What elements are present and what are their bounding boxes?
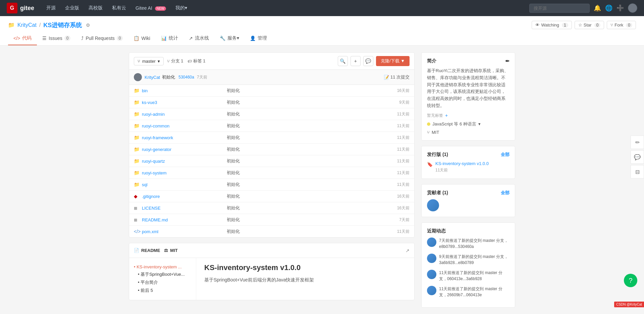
help-button[interactable]: ? (624, 274, 637, 287)
nav-enterprise[interactable]: 企业版 (61, 3, 83, 13)
tag-icon: 🏷 (187, 59, 192, 64)
tab-wiki[interactable]: 📋 Wiki (128, 32, 155, 45)
file-name[interactable]: ruoyi-framework (142, 135, 220, 140)
file-time: 11天前 (383, 170, 410, 176)
file-name[interactable]: sql (142, 182, 220, 187)
readme-content: KS-inventory-system v1.0.0 基于SpringBoot+… (196, 258, 414, 300)
tab-code[interactable]: </> 代码 (8, 32, 37, 45)
file-name[interactable]: ruoyi-system (142, 170, 220, 175)
notification-icon[interactable]: 🔔 (594, 4, 601, 12)
branch-info: ⑂ 分支 1 🏷 标签 1 (167, 58, 206, 64)
search-input[interactable] (529, 4, 590, 13)
file-list: 📁 bin 初始化 16天前 📁 ks-vue3 初始化 9天前 📁 ruoyi… (129, 85, 414, 237)
folder-icon: 📁 (134, 100, 139, 105)
repo-name[interactable]: KS进销存系统 (43, 21, 82, 29)
contributor-avatar[interactable] (427, 199, 439, 211)
release-name-link[interactable]: KS-inventory-system v1.0.0 (435, 161, 489, 166)
readme-edit-icon[interactable]: ↗ (406, 248, 410, 253)
readme-nav-item[interactable]: • 基于SpringBoot+Vue... (138, 270, 191, 278)
file-name[interactable]: ks-vue3 (142, 100, 220, 105)
file-message: 初始化 (220, 181, 383, 188)
add-icon[interactable]: ➕ (616, 4, 624, 12)
branch-select[interactable]: ⑂ master ▾ (134, 57, 164, 65)
file-row: </> pom.xml 初始化 11天前 (129, 226, 414, 237)
file-name[interactable]: bin (142, 88, 220, 93)
file-name[interactable]: LICENSE (142, 206, 220, 211)
release-item: 🔖 KS-inventory-system v1.0.0 11天前 (427, 161, 509, 173)
edit-intro-icon[interactable]: ✏ (505, 58, 509, 64)
commit-hash[interactable]: 530460a (178, 75, 194, 80)
file-row: 📁 ruoyi-quartz 初始化 11天前 (129, 155, 414, 167)
file-time: 9天前 (383, 100, 410, 105)
sub-header: 📁 KrityCat / KS进销存系统 ⚙ 👁 Watching 1 ☆ St… (0, 16, 644, 46)
file-message: 初始化 (220, 99, 383, 105)
fork-button[interactable]: ⑂ Fork 0 (607, 21, 636, 29)
readme-icon: ▦ (134, 218, 139, 222)
branch-icon: ⑂ (138, 59, 140, 64)
file-row: 📁 bin 初始化 16天前 (129, 85, 414, 97)
lang-bar[interactable]: JavaScript 等 6 种语言 ▾ (427, 121, 509, 127)
mit-tab[interactable]: ⚖ MIT (164, 247, 177, 254)
nav-university[interactable]: 高校版 (85, 3, 107, 13)
file-row: 📁 ruoyi-admin 初始化 11天前 (129, 108, 414, 120)
star-button[interactable]: ☆ Star 0 (575, 21, 604, 29)
file-time: 11天前 (383, 135, 410, 141)
content-right: 简介 ✏ 基于RuoYi二次开发的进销存系统，采购、销售、库存功能与业务流程简洁… (421, 52, 515, 313)
readme-nav-item[interactable]: • 前后 5 (138, 286, 191, 295)
issues-icon: ☰ (42, 36, 47, 41)
file-name[interactable]: ruoyi-admin (142, 112, 220, 117)
file-row: 📁 ruoyi-framework 初始化 11天前 (129, 132, 414, 144)
releases-all-link[interactable]: 全部 (501, 152, 509, 158)
file-time: 16天前 (383, 205, 410, 211)
tag-count[interactable]: 🏷 标签 1 (187, 58, 206, 64)
file-name[interactable]: pom.xml (142, 229, 220, 234)
tab-pipeline[interactable]: ↗ 流水线 (183, 32, 214, 45)
readme-nav-item[interactable]: • 平台简介 (138, 278, 191, 286)
search-button[interactable]: 🔍 (338, 56, 348, 66)
commit-message: 初始化 (162, 74, 175, 80)
file-toolbar: ⑂ master ▾ ⑂ 分支 1 🏷 标签 1 🔍 + (129, 53, 414, 70)
commit-author[interactable]: KrityCat (145, 75, 160, 80)
tab-issues[interactable]: ☰ Issues 0 (37, 32, 76, 45)
branch-count[interactable]: ⑂ 分支 1 (167, 58, 183, 64)
edit-float-button[interactable]: ✏ (631, 136, 644, 149)
file-name[interactable]: ruoyi-common (142, 123, 220, 128)
tab-service[interactable]: 🔧 服务▾ (214, 32, 245, 45)
intro-title: 简介 ✏ (427, 58, 509, 64)
clone-button[interactable]: 克隆/下载 ▼ (376, 56, 410, 66)
tab-manage[interactable]: 👤 管理 (245, 32, 272, 45)
edit-float-icon: ✏ (635, 139, 640, 146)
content-left: ⑂ master ▾ ⑂ 分支 1 🏷 标签 1 🔍 + (129, 52, 415, 313)
chat-float-button[interactable]: 💬 (631, 150, 644, 164)
logo[interactable]: G gitee (7, 3, 34, 13)
nav-private-cloud[interactable]: 私有云 (108, 3, 130, 13)
nav-gitee-ai[interactable]: Gitee AI NEW (131, 3, 170, 13)
add-file-button[interactable]: + (351, 56, 361, 66)
file-name[interactable]: ruoyi-quartz (142, 159, 220, 164)
csdn-badge[interactable]: CSDN @KrityCat (614, 302, 644, 307)
file-name[interactable]: ruoyi-generator (142, 147, 220, 152)
activity-text: 11天前推送了新的提交到 master 分支，26609b7...060413e (439, 286, 509, 298)
nav-open-source[interactable]: 开源 (42, 3, 60, 13)
watch-button[interactable]: 👁 Watching 1 (532, 21, 572, 29)
file-time: 11天前 (383, 182, 410, 188)
repo-settings-icon[interactable]: ⚙ (86, 22, 90, 28)
file-message: 初始化 (220, 170, 383, 176)
readme-tab[interactable]: 📄 README (134, 247, 160, 254)
columns-float-button[interactable]: ⊟ (631, 165, 644, 178)
readme-nav-item[interactable]: • KS-inventory-system ... (134, 263, 191, 270)
add-tag-icon[interactable]: + (445, 113, 448, 118)
repo-owner[interactable]: KrityCat (17, 22, 37, 28)
file-name[interactable]: .gitignore (142, 194, 220, 199)
tab-stats[interactable]: 📊 统计 (156, 32, 183, 45)
discover-icon[interactable]: 🌐 (605, 4, 612, 12)
nav-my[interactable]: 我的▾ (171, 3, 191, 13)
folder-icon: 📁 (134, 123, 139, 128)
license-bar[interactable]: ⑂ MIT (427, 130, 509, 135)
contributors-all-link[interactable]: 全部 (501, 190, 509, 196)
tab-pullrequests[interactable]: ⤴ Pull Requests 0 (76, 32, 128, 45)
avatar[interactable] (628, 3, 637, 13)
comment-button[interactable]: 💬 (363, 56, 373, 66)
file-name[interactable]: README.md (142, 217, 220, 222)
commit-count[interactable]: 📝 11 次提交 (384, 74, 410, 80)
